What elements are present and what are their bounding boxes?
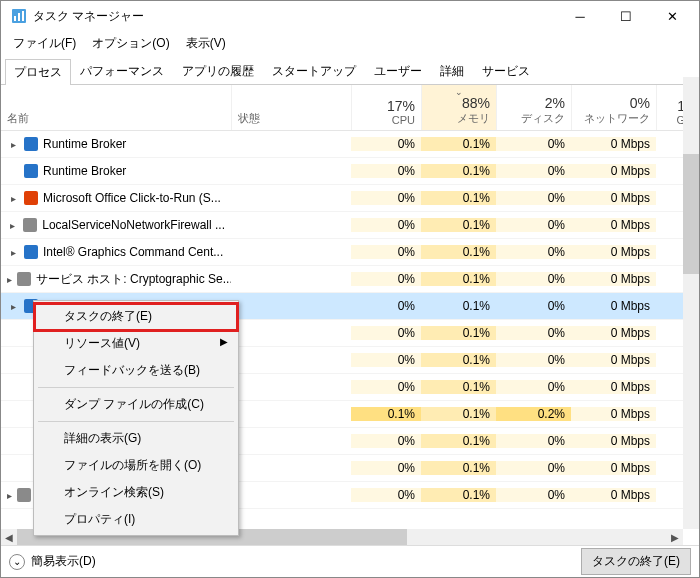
process-row[interactable]: ▸Microsoft Office Click-to-Run (S...0%0.… bbox=[1, 185, 699, 212]
process-name: LocalServiceNoNetworkFirewall ... bbox=[42, 218, 225, 232]
ctx-properties[interactable]: プロパティ(I) bbox=[36, 506, 236, 533]
tab-1[interactable]: パフォーマンス bbox=[71, 58, 173, 84]
tab-0[interactable]: プロセス bbox=[5, 59, 71, 85]
cpu-value: 0% bbox=[351, 488, 421, 502]
cpu-value: 0% bbox=[351, 218, 421, 232]
cpu-value: 0% bbox=[351, 272, 421, 286]
minimize-button[interactable]: ─ bbox=[557, 1, 603, 31]
memory-value: 0.1% bbox=[421, 272, 496, 286]
col-status[interactable]: 状態 bbox=[231, 85, 351, 130]
fewer-details-toggle[interactable]: ⌄ 簡易表示(D) bbox=[9, 553, 96, 570]
process-row[interactable]: ▸Runtime Broker0%0.1%0%0 Mbps bbox=[1, 131, 699, 158]
col-network[interactable]: 0%ネットワーク bbox=[571, 85, 656, 130]
process-icon bbox=[16, 271, 32, 287]
memory-value: 0.1% bbox=[421, 299, 496, 313]
cpu-value: 0% bbox=[351, 434, 421, 448]
context-menu: タスクの終了(E) リソース値(V)▶ フィードバックを送る(B) ダンプ ファ… bbox=[33, 300, 239, 536]
network-value: 0 Mbps bbox=[571, 488, 656, 502]
expand-toggle-icon[interactable]: ▸ bbox=[7, 220, 18, 231]
svg-rect-4 bbox=[24, 137, 38, 151]
ctx-feedback[interactable]: フィードバックを送る(B) bbox=[36, 357, 236, 384]
menu-file[interactable]: ファイル(F) bbox=[7, 33, 82, 54]
process-name: Runtime Broker bbox=[43, 137, 126, 151]
process-icon bbox=[23, 244, 39, 260]
network-value: 0 Mbps bbox=[571, 137, 656, 151]
tab-3[interactable]: スタートアップ bbox=[263, 58, 365, 84]
network-value: 0 Mbps bbox=[571, 272, 656, 286]
process-icon bbox=[23, 163, 39, 179]
process-row[interactable]: ▸Intel® Graphics Command Cent...0%0.1%0%… bbox=[1, 239, 699, 266]
ctx-go-details[interactable]: 詳細の表示(G) bbox=[36, 425, 236, 452]
disk-value: 0% bbox=[496, 488, 571, 502]
ctx-end-task[interactable]: タスクの終了(E) bbox=[36, 303, 236, 330]
expand-toggle-icon[interactable]: ▸ bbox=[7, 490, 12, 501]
window-title: タスク マネージャー bbox=[33, 8, 557, 25]
network-value: 0 Mbps bbox=[571, 434, 656, 448]
ctx-open-location[interactable]: ファイルの場所を開く(O) bbox=[36, 452, 236, 479]
memory-value: 0.1% bbox=[421, 218, 496, 232]
scrollbar-thumb[interactable] bbox=[683, 154, 699, 274]
expand-toggle-icon[interactable]: ▸ bbox=[7, 139, 19, 150]
svg-rect-6 bbox=[24, 191, 38, 205]
tab-5[interactable]: 詳細 bbox=[431, 58, 473, 84]
process-row[interactable]: ▸LocalServiceNoNetworkFirewall ...0%0.1%… bbox=[1, 212, 699, 239]
memory-value: 0.1% bbox=[421, 326, 496, 340]
svg-rect-2 bbox=[18, 13, 20, 21]
col-cpu[interactable]: 17%CPU bbox=[351, 85, 421, 130]
tab-2[interactable]: アプリの履歴 bbox=[173, 58, 263, 84]
ctx-separator bbox=[38, 421, 234, 422]
memory-value: 0.1% bbox=[421, 191, 496, 205]
disk-value: 0% bbox=[496, 164, 571, 178]
maximize-button[interactable]: ☐ bbox=[603, 1, 649, 31]
disk-value: 0% bbox=[496, 299, 571, 313]
svg-rect-9 bbox=[17, 272, 31, 286]
cpu-value: 0.1% bbox=[351, 407, 421, 421]
ctx-search-online[interactable]: オンライン検索(S) bbox=[36, 479, 236, 506]
disk-value: 0% bbox=[496, 434, 571, 448]
disk-value: 0% bbox=[496, 272, 571, 286]
network-value: 0 Mbps bbox=[571, 461, 656, 475]
process-row[interactable]: ▸サービス ホスト: Cryptographic Se...0%0.1%0%0 … bbox=[1, 266, 699, 293]
svg-rect-3 bbox=[22, 11, 24, 21]
disk-value: 0% bbox=[496, 245, 571, 259]
cpu-value: 0% bbox=[351, 245, 421, 259]
scroll-left-icon[interactable]: ◀ bbox=[1, 532, 17, 543]
memory-value: 0.1% bbox=[421, 488, 496, 502]
process-name: サービス ホスト: Cryptographic Se... bbox=[36, 271, 231, 288]
memory-value: 0.1% bbox=[421, 407, 496, 421]
tab-6[interactable]: サービス bbox=[473, 58, 539, 84]
ctx-create-dump[interactable]: ダンプ ファイルの作成(C) bbox=[36, 391, 236, 418]
expand-toggle-icon[interactable]: ▸ bbox=[7, 301, 19, 312]
cpu-value: 0% bbox=[351, 353, 421, 367]
memory-value: 0.1% bbox=[421, 164, 496, 178]
expand-toggle-icon[interactable]: ▸ bbox=[7, 274, 12, 285]
tab-4[interactable]: ユーザー bbox=[365, 58, 431, 84]
network-value: 0 Mbps bbox=[571, 353, 656, 367]
menubar: ファイル(F) オプション(O) 表示(V) bbox=[1, 31, 699, 56]
ctx-resource-values[interactable]: リソース値(V)▶ bbox=[36, 330, 236, 357]
chevron-down-icon: ⌄ bbox=[9, 554, 25, 570]
close-button[interactable]: ✕ bbox=[649, 1, 695, 31]
svg-rect-5 bbox=[24, 164, 38, 178]
process-icon bbox=[23, 190, 39, 206]
menu-options[interactable]: オプション(O) bbox=[86, 33, 175, 54]
col-memory[interactable]: ⌄88%メモリ bbox=[421, 85, 496, 130]
network-value: 0 Mbps bbox=[571, 326, 656, 340]
cpu-value: 0% bbox=[351, 380, 421, 394]
tabs: プロセスパフォーマンスアプリの履歴スタートアップユーザー詳細サービス bbox=[1, 58, 699, 85]
expand-toggle-icon[interactable]: ▸ bbox=[7, 193, 19, 204]
disk-value: 0% bbox=[496, 218, 571, 232]
scroll-right-icon[interactable]: ▶ bbox=[667, 532, 683, 543]
network-value: 0 Mbps bbox=[571, 218, 656, 232]
col-name[interactable]: 名前 bbox=[1, 85, 231, 130]
memory-value: 0.1% bbox=[421, 434, 496, 448]
titlebar: タスク マネージャー ─ ☐ ✕ bbox=[1, 1, 699, 31]
process-icon bbox=[16, 487, 32, 503]
menu-view[interactable]: 表示(V) bbox=[180, 33, 232, 54]
end-task-button[interactable]: タスクの終了(E) bbox=[581, 548, 691, 575]
process-row[interactable]: Runtime Broker0%0.1%0%0 Mbps bbox=[1, 158, 699, 185]
sort-indicator-icon: ⌄ bbox=[455, 87, 463, 97]
expand-toggle-icon[interactable]: ▸ bbox=[7, 247, 19, 258]
vertical-scrollbar[interactable] bbox=[683, 77, 699, 529]
col-disk[interactable]: 2%ディスク bbox=[496, 85, 571, 130]
